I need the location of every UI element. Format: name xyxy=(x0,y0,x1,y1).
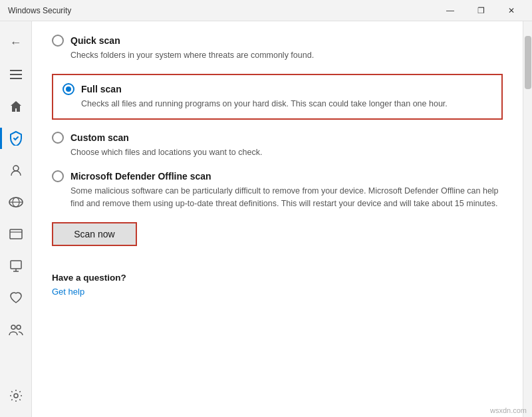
sidebar-item-app-browser[interactable] xyxy=(0,218,32,250)
sidebar-item-health[interactable] xyxy=(0,282,32,314)
window-controls: — ❐ ✕ xyxy=(435,0,527,21)
get-help-link[interactable]: Get help xyxy=(52,287,84,297)
radio-dot xyxy=(66,86,71,92)
close-button[interactable]: ✕ xyxy=(496,0,527,21)
custom-scan-desc: Choose which files and locations you wan… xyxy=(70,146,503,159)
app-layout: ← xyxy=(0,21,532,417)
scan-option-offline: Microsoft Defender Offline scan Some mal… xyxy=(52,170,503,210)
svg-rect-1 xyxy=(10,74,22,75)
svg-rect-2 xyxy=(10,78,22,79)
watermark: wsxdn.com xyxy=(490,406,527,414)
sidebar-item-menu[interactable] xyxy=(0,59,32,90)
svg-rect-7 xyxy=(10,229,22,239)
svg-rect-0 xyxy=(10,70,22,71)
custom-scan-label: Custom scan xyxy=(70,132,129,143)
help-section: Have a question? Get help xyxy=(52,273,503,297)
sidebar-item-device[interactable] xyxy=(0,250,32,282)
quick-scan-radio[interactable] xyxy=(52,35,64,47)
custom-scan-radio[interactable] xyxy=(52,132,64,144)
full-scan-label: Full scan xyxy=(81,84,122,94)
scan-option-quick: Quick scan Checks folders in your system… xyxy=(52,35,503,62)
offline-scan-label: Microsoft Defender Offline scan xyxy=(70,171,211,182)
sidebar-item-account[interactable] xyxy=(0,154,32,186)
content-area: Quick scan Checks folders in your system… xyxy=(32,21,523,417)
sidebar-item-home[interactable] xyxy=(0,90,32,122)
full-scan-highlighted-box: Full scan Checks all files and running p… xyxy=(52,74,503,120)
svg-point-13 xyxy=(17,325,21,329)
scan-option-custom: Custom scan Choose which files and locat… xyxy=(52,132,503,159)
help-title: Have a question? xyxy=(52,273,503,283)
sidebar-item-family[interactable] xyxy=(0,314,32,346)
titlebar: Windows Security — ❐ ✕ xyxy=(0,0,532,21)
full-scan-radio[interactable] xyxy=(63,83,74,95)
svg-point-14 xyxy=(14,394,18,398)
minimize-button[interactable]: — xyxy=(435,0,466,21)
svg-point-12 xyxy=(11,325,15,329)
app-title: Windows Security xyxy=(8,6,71,15)
full-scan-header: Full scan xyxy=(63,83,492,95)
scrollbar-thumb[interactable] xyxy=(525,36,531,89)
sidebar-item-settings[interactable] xyxy=(0,380,32,412)
sidebar-item-back[interactable]: ← xyxy=(0,27,32,59)
sidebar-item-network[interactable] xyxy=(0,186,32,218)
sidebar: ← xyxy=(0,21,32,417)
custom-scan-header: Custom scan xyxy=(52,132,503,144)
svg-rect-9 xyxy=(11,261,21,269)
svg-point-3 xyxy=(13,166,19,171)
offline-scan-desc: Some malicious software can be particula… xyxy=(70,185,503,210)
offline-scan-radio[interactable] xyxy=(52,170,64,182)
sidebar-item-shield[interactable] xyxy=(0,122,32,154)
scrollbar-track[interactable] xyxy=(523,21,532,417)
quick-scan-label: Quick scan xyxy=(70,35,120,46)
quick-scan-header: Quick scan xyxy=(52,35,503,47)
scan-now-button[interactable]: Scan now xyxy=(52,222,137,246)
maximize-button[interactable]: ❐ xyxy=(466,0,496,21)
offline-scan-header: Microsoft Defender Offline scan xyxy=(52,170,503,182)
full-scan-desc: Checks all files and running programs on… xyxy=(81,98,492,110)
quick-scan-desc: Checks folders in your system where thre… xyxy=(70,49,503,62)
